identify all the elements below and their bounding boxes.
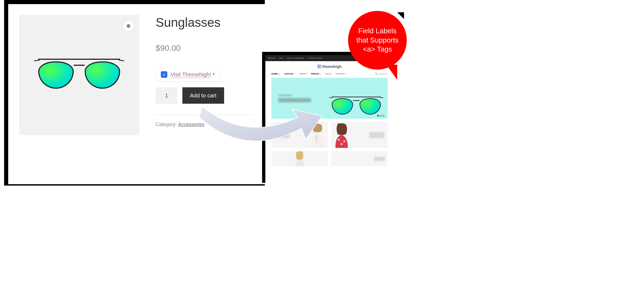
divider: [156, 115, 254, 115]
bubble-line2: that Supports: [356, 36, 399, 45]
promo-card-2[interactable]: [331, 122, 388, 148]
checkbox-label-link[interactable]: Visit Themehigh!: [171, 71, 211, 78]
hero-title-blur: [278, 98, 311, 102]
bubble-line1: Field Labels: [356, 26, 399, 36]
nav-blog[interactable]: BLOG: [325, 73, 331, 75]
category-label: Category:: [156, 122, 178, 127]
zoom-icon[interactable]: ⊕: [123, 20, 134, 31]
topbar-store-locator[interactable]: STORE LOCATOR: [308, 57, 322, 59]
promo-text-blur: [374, 157, 385, 161]
topbar-track-order[interactable]: TRACK YOUR ORDER: [287, 57, 304, 59]
promo-card-1[interactable]: [271, 122, 328, 148]
chevron-down-icon: ⌄: [294, 73, 296, 75]
hero-banner: [271, 78, 388, 119]
site-logo[interactable]: themehigh: [317, 64, 342, 69]
svg-point-2: [338, 139, 340, 141]
product-price: $90.00: [156, 43, 254, 53]
dot-2[interactable]: [380, 115, 382, 117]
person-image-2: [333, 123, 351, 148]
product-title: Sunglasses: [156, 15, 254, 30]
promo-text-blur: [369, 132, 384, 138]
bubble-tail-icon: [386, 65, 397, 80]
nav-prices[interactable]: PRICES ⌄: [311, 73, 322, 75]
checkbox-field-row[interactable]: ✓ Visit Themehigh! *: [156, 68, 220, 81]
quantity-input[interactable]: [156, 87, 177, 104]
chevron-down-icon: ⌄: [320, 73, 322, 75]
chevron-down-icon: ⌄: [278, 73, 280, 75]
promo-card-3[interactable]: [271, 151, 328, 166]
product-image-panel: ⊕: [19, 15, 139, 135]
product-category: Category: Accessories: [156, 122, 254, 127]
topbar-usd[interactable]: USD: [279, 57, 283, 59]
hero-subtitle-blur: [278, 94, 292, 96]
bubble-line3: <a> Tags: [356, 45, 399, 54]
svg-point-3: [343, 140, 345, 142]
checkbox-checked-icon[interactable]: ✓: [161, 71, 167, 78]
nav-about[interactable]: ABOUT: [300, 73, 307, 75]
promo-text-blur: [275, 132, 290, 138]
required-mark: *: [213, 73, 215, 77]
add-to-cart-button[interactable]: Add to cart: [182, 87, 224, 104]
nav-home[interactable]: HOME ⌄: [271, 73, 280, 75]
dot-1[interactable]: [377, 115, 379, 117]
topbar-english[interactable]: ENGLISH: [268, 57, 275, 59]
dot-3[interactable]: [383, 115, 384, 117]
hero-sunglasses-image: [332, 97, 381, 116]
category-link[interactable]: Accessories: [178, 122, 204, 127]
logo-icon: [317, 65, 321, 68]
svg-point-4: [340, 143, 343, 145]
product-page-card: ⊕ Sunglasses $90.00 ✓ Visit Themehigh! *: [8, 4, 265, 184]
bubble-corner-icon: [393, 12, 404, 23]
carousel-dots[interactable]: [377, 115, 384, 117]
person-image-3: [293, 151, 306, 166]
nav-catlog[interactable]: CATLOG ⌄: [284, 73, 296, 75]
person-image-1: [309, 123, 326, 148]
promo-card-4[interactable]: [331, 151, 388, 166]
callout-bubble: Field Labels that Supports <a> Tags: [348, 11, 408, 82]
nav-contact[interactable]: CONTACT: [335, 73, 346, 75]
product-image-sunglasses: [38, 59, 120, 91]
